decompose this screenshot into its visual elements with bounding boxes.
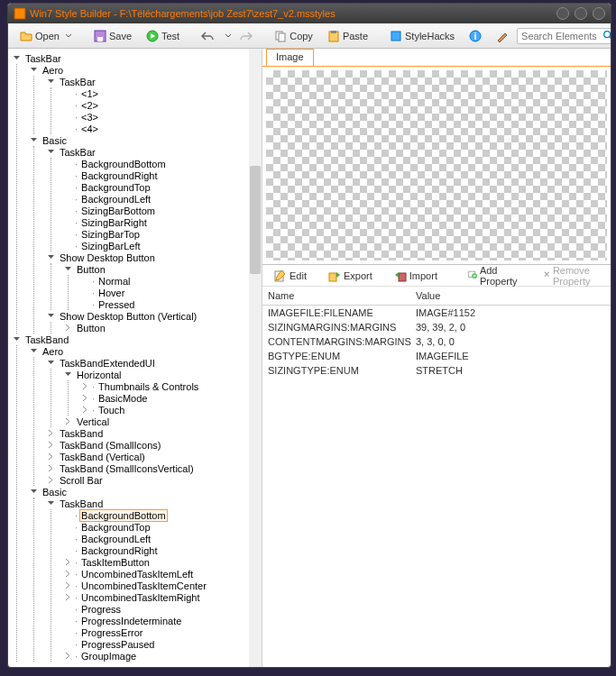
property-row[interactable]: CONTENTMARGINS:MARGINS3, 3, 0, 0 — [262, 334, 611, 349]
tree-item[interactable]: TaskBand — [46, 427, 262, 439]
tree-collapse-icon[interactable] — [63, 651, 73, 661]
tree-collapse-icon[interactable] — [46, 452, 56, 461]
tree-item[interactable]: ·<4> — [63, 123, 262, 134]
chevron-down-icon[interactable] — [222, 31, 232, 41]
tree-expand-icon[interactable] — [29, 135, 39, 145]
copy-button[interactable]: Copy — [268, 27, 319, 45]
tree-item[interactable]: ·SizingBarTop — [63, 228, 262, 240]
tree-item[interactable]: Horizontal — [63, 369, 262, 380]
property-row[interactable]: IMAGEFILE:FILENAMEIMAGE#1152 — [262, 306, 611, 320]
tree-item[interactable]: TaskBand (Vertical) — [46, 451, 262, 462]
tree-item[interactable]: ·UncombinedTaskItemLeft — [63, 568, 262, 580]
tree-item[interactable]: ·UncombinedTaskItemRight — [63, 591, 262, 603]
tree-item[interactable]: ·ProgressError — [63, 626, 262, 638]
tree-expand-icon[interactable] — [12, 334, 22, 344]
tree-item[interactable]: Button — [63, 263, 262, 275]
info-button[interactable]: i — [463, 27, 488, 45]
tree-expand-icon[interactable] — [46, 252, 56, 262]
property-grid[interactable]: Name Value IMAGEFILE:FILENAMEIMAGE#1152S… — [262, 287, 611, 667]
tree-expand-icon[interactable] — [46, 358, 56, 368]
tree-collapse-icon[interactable] — [80, 405, 90, 415]
tree-item[interactable]: ·BackgroundLeft — [63, 193, 262, 205]
add-property-button[interactable]: Add Property — [462, 262, 528, 289]
tree-item[interactable]: ·Progress — [63, 603, 262, 615]
titlebar[interactable]: Win7 Style Builder - F:\Téléchargements\… — [8, 4, 611, 23]
tree-collapse-icon[interactable] — [46, 440, 56, 450]
tree-item[interactable]: TaskBandExtendedUI — [46, 357, 262, 369]
open-button[interactable]: Open — [14, 27, 78, 45]
tree-item[interactable]: ·Hover — [80, 287, 262, 298]
tree-expand-icon[interactable] — [46, 77, 56, 87]
tool-button[interactable] — [490, 27, 515, 45]
tree-item[interactable]: ·BackgroundRight — [63, 544, 262, 556]
tree-expand-icon[interactable] — [29, 487, 39, 497]
tree-item[interactable]: ·BackgroundRight — [63, 169, 262, 181]
tree-expand-icon[interactable] — [63, 370, 73, 379]
export-button[interactable]: Export — [322, 267, 379, 285]
tree-item[interactable]: ·TaskItemButton — [63, 556, 262, 568]
tree-item[interactable]: ·Thumbnails & Controls — [80, 380, 262, 392]
tree-item[interactable]: ·BackgroundTop — [63, 181, 262, 193]
tree-item[interactable]: TaskBand — [12, 333, 262, 345]
tree-collapse-icon[interactable] — [63, 323, 73, 333]
tree-item[interactable]: ·ProgressPaused — [63, 638, 262, 650]
tree-item[interactable]: Vertical — [63, 416, 262, 427]
save-button[interactable]: Save — [87, 27, 138, 45]
import-button[interactable]: Import — [388, 267, 444, 285]
tree-collapse-icon[interactable] — [63, 580, 73, 590]
tree-item[interactable]: ·SizingBarLeft — [63, 240, 262, 251]
tree-panel[interactable]: TaskBarAeroTaskBar·<1>·<2>·<3>·<4>BasicT… — [8, 49, 262, 667]
tree-item[interactable]: ·BackgroundBottom — [63, 158, 262, 169]
tree-item[interactable]: ·Touch — [80, 404, 262, 416]
tree-item[interactable]: Scroll Bar — [46, 474, 262, 486]
tree-item[interactable]: Aero — [29, 345, 262, 357]
tree-item[interactable]: Show Desktop Button — [46, 251, 262, 263]
tree-item[interactable]: ·GroupImage — [63, 650, 262, 662]
tree-item[interactable]: ·Normal — [80, 275, 262, 287]
tree-collapse-icon[interactable] — [80, 381, 90, 391]
tree-item[interactable]: ·BackgroundTop — [63, 521, 262, 533]
tree-expand-icon[interactable] — [63, 264, 73, 274]
paste-button[interactable]: Paste — [321, 27, 374, 45]
tree-expand-icon[interactable] — [46, 311, 56, 321]
search-icon[interactable] — [602, 30, 611, 42]
tree-expand-icon[interactable] — [29, 346, 39, 356]
search-box[interactable] — [517, 28, 611, 44]
tree-item[interactable]: Basic — [29, 486, 262, 498]
tree-item[interactable]: ·BackgroundBottom — [63, 509, 262, 521]
tree-item[interactable]: ·BasicMode — [80, 392, 262, 404]
tree-item[interactable]: TaskBand — [46, 498, 262, 509]
tree-item[interactable]: ·BackgroundLeft — [63, 533, 262, 544]
tree-expand-icon[interactable] — [46, 498, 56, 508]
test-button[interactable]: Test — [140, 27, 186, 45]
search-input[interactable] — [521, 31, 602, 41]
tree-item[interactable]: ·Pressed — [80, 298, 262, 310]
redo-button[interactable] — [234, 27, 259, 45]
tree-item[interactable]: ·<3> — [63, 111, 262, 123]
tree-collapse-icon[interactable] — [63, 416, 73, 426]
tree-collapse-icon[interactable] — [63, 569, 73, 579]
property-row[interactable]: BGTYPE:ENUMIMAGEFILE — [262, 349, 611, 363]
property-row[interactable]: SIZINGMARGINS:MARGINS39, 39, 2, 0 — [262, 320, 611, 334]
col-value-header[interactable]: Value — [410, 287, 611, 305]
maximize-button[interactable] — [575, 7, 587, 20]
tree-expand-icon[interactable] — [46, 147, 56, 157]
close-button[interactable] — [593, 7, 605, 20]
tree-item[interactable]: Basic — [29, 134, 262, 146]
stylehacks-button[interactable]: StyleHacks — [383, 27, 461, 45]
tree-collapse-icon[interactable] — [63, 557, 73, 567]
tree-collapse-icon[interactable] — [63, 592, 73, 602]
tab-image[interactable]: Image — [266, 49, 314, 66]
tree-item[interactable]: TaskBar — [12, 52, 262, 64]
edit-button[interactable]: Edit — [268, 267, 313, 285]
scrollbar-thumb[interactable] — [250, 166, 261, 274]
tree-collapse-icon[interactable] — [46, 463, 56, 473]
tree-collapse-icon[interactable] — [80, 393, 90, 403]
tree-item[interactable]: TaskBand (SmallIcons) — [46, 439, 262, 451]
tree-item[interactable]: Aero — [29, 64, 262, 76]
undo-button[interactable] — [195, 27, 220, 45]
tree-item[interactable]: ·SizingBarRight — [63, 216, 262, 228]
tree-item[interactable]: TaskBand (SmallIconsVertical) — [46, 462, 262, 474]
property-row[interactable]: SIZINGTYPE:ENUMSTRETCH — [262, 363, 611, 378]
col-name-header[interactable]: Name — [262, 287, 410, 305]
